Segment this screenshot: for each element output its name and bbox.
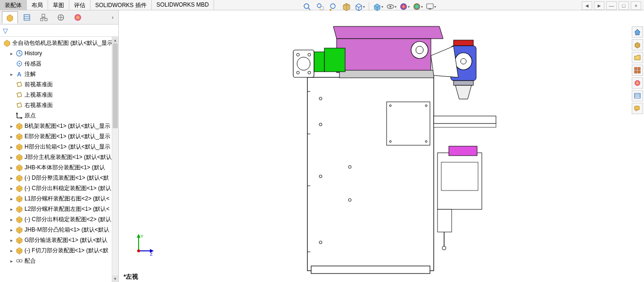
forum-icon[interactable] xyxy=(632,103,643,114)
tree-item[interactable]: ▸E部分装配图<1> (默认<默认_显示 xyxy=(0,131,118,141)
expand-toggle[interactable]: ▸ xyxy=(8,248,14,253)
expand-toggle[interactable]: ▸ xyxy=(8,196,14,201)
apply-scene-icon[interactable]: ▾ xyxy=(413,1,423,12)
filter-funnel-icon[interactable]: ▽ xyxy=(3,27,8,34)
svg-rect-72 xyxy=(434,116,496,124)
sensor-icon xyxy=(15,59,24,68)
tree-item[interactable]: ▸(-) D部分整流装配图<1> (默认<默 xyxy=(0,173,118,183)
tree-item-label: (-) F切刀部分装配图<1> (默认<默 xyxy=(25,247,108,255)
view-palette-icon[interactable] xyxy=(632,65,643,76)
tree-item[interactable]: ▸(-) C部分出料稳定装配图<2> (默认 xyxy=(0,214,118,224)
appearances-icon[interactable] xyxy=(632,77,643,89)
view-orientation-icon[interactable]: ▾ xyxy=(355,1,365,12)
view-settings-icon[interactable]: ▾ xyxy=(426,1,436,12)
expand-toggle[interactable]: ▸ xyxy=(8,217,14,222)
tree-item-label: 原点 xyxy=(25,112,36,120)
panel-more-button[interactable]: › xyxy=(109,14,116,21)
file-explorer-icon[interactable] xyxy=(632,52,643,63)
scroll-up-button[interactable]: ▴ xyxy=(112,37,118,43)
svg-rect-40 xyxy=(387,102,430,145)
minimize-button[interactable]: — xyxy=(606,1,617,10)
expand-toggle[interactable]: ▸ xyxy=(8,51,14,56)
tree-item[interactable]: ▸A注解 xyxy=(0,69,118,79)
asm-icon xyxy=(15,184,24,192)
next-doc-button[interactable]: ► xyxy=(594,1,604,10)
maximize-button[interactable]: □ xyxy=(619,1,629,10)
svg-rect-92 xyxy=(635,93,640,98)
tree-item[interactable]: 传感器 xyxy=(0,58,118,69)
main-area: › ▽ 全自动包馅机总装配图 (默认<默认_显示 ▸History传感器▸A注解… xyxy=(0,10,644,282)
tree-item[interactable]: ▸J部分主机座装配图<1> (默认<默认 xyxy=(0,152,118,162)
toolbar-separator xyxy=(369,2,369,11)
expand-toggle[interactable]: ▸ xyxy=(8,134,14,139)
tab-sketch[interactable]: 草图 xyxy=(48,0,69,10)
expand-toggle[interactable]: ▸ xyxy=(8,207,14,212)
expand-toggle[interactable]: ▸ xyxy=(8,186,14,191)
expand-toggle[interactable]: ▸ xyxy=(8,238,14,243)
orientation-triad[interactable]: Y Z xyxy=(130,233,154,257)
tree-item[interactable]: 前视基准面 xyxy=(0,79,118,90)
scrollbar-thumb[interactable] xyxy=(113,43,118,128)
zoom-to-area-icon[interactable] xyxy=(315,1,325,12)
tree-item[interactable]: ▸H部分出轮箱<1> (默认<默认_显示 xyxy=(0,141,118,152)
tree-item[interactable]: ▸JHB-K本体部分装配图<1> (默认 xyxy=(0,162,118,173)
home-icon[interactable] xyxy=(632,26,643,38)
tree-item[interactable]: ▸G部分输送装配图<1> (默认<默认 xyxy=(0,235,118,245)
zoom-to-fit-icon[interactable] xyxy=(302,1,312,12)
expand-toggle[interactable]: ▸ xyxy=(8,144,14,149)
svg-point-37 xyxy=(19,259,22,262)
design-library-icon[interactable] xyxy=(632,39,643,50)
display-style-icon[interactable]: ▾ xyxy=(373,1,383,12)
tree-item[interactable]: ▸L2部分螺杆装配图左图<1> (默认< xyxy=(0,204,118,214)
tree-item[interactable]: ▸(-) C部分出料稳定装配图<1> (默认 xyxy=(0,183,118,193)
expand-toggle[interactable]: ▸ xyxy=(8,155,14,160)
expand-toggle[interactable]: ▸ xyxy=(8,227,14,232)
close-button[interactable]: × xyxy=(631,1,641,10)
tab-assembly[interactable]: 装配体 xyxy=(0,0,27,10)
history-icon xyxy=(15,49,24,58)
hide-show-items-icon[interactable]: ▾ xyxy=(386,1,396,12)
tree-item[interactable]: ▸L1部分螺杆装配图右图<2> (默认< xyxy=(0,193,118,204)
view-label: *左视 xyxy=(124,273,138,281)
tree-item[interactable]: 右视基准面 xyxy=(0,100,118,110)
prev-doc-button[interactable]: ◄ xyxy=(582,1,592,10)
expand-toggle[interactable]: ▸ xyxy=(8,72,14,77)
tree-item[interactable]: ▸(-) F切刀部分装配图<1> (默认<默 xyxy=(0,245,118,256)
manager-pane-tabs: › xyxy=(0,10,118,25)
expand-toggle[interactable]: ▸ xyxy=(8,175,14,181)
tree-item-label: (-) C部分出料稳定装配图<1> (默认 xyxy=(25,184,111,192)
svg-text:A: A xyxy=(17,71,22,78)
expand-toggle[interactable]: ▸ xyxy=(8,124,14,129)
tree-item[interactable]: 上视基准面 xyxy=(0,90,118,100)
tree-item[interactable]: ▸配合 xyxy=(0,256,118,266)
tab-sw-mbd[interactable]: SOLIDWORKS MBD xyxy=(152,0,214,10)
tab-layout[interactable]: 布局 xyxy=(27,0,48,10)
scroll-down-button[interactable]: ▾ xyxy=(112,275,118,282)
feature-manager-tab[interactable] xyxy=(2,11,18,24)
configuration-manager-tab[interactable] xyxy=(36,11,52,24)
property-manager-tab[interactable] xyxy=(19,11,35,24)
section-view-icon[interactable] xyxy=(341,1,352,12)
svg-rect-10 xyxy=(427,4,433,8)
previous-view-icon[interactable] xyxy=(328,1,339,12)
tab-evaluate[interactable]: 评估 xyxy=(69,0,91,10)
tree-item[interactable]: 原点 xyxy=(0,110,118,121)
expand-toggle[interactable]: ▸ xyxy=(8,165,14,170)
tree-item[interactable]: ▸History xyxy=(0,48,118,58)
tree-item[interactable]: ▸B机架装配图<1> (默认<默认_显示 xyxy=(0,121,118,131)
svg-rect-88 xyxy=(638,67,640,70)
display-manager-tab[interactable] xyxy=(70,11,86,24)
graphics-viewport[interactable]: Y Z *左视 xyxy=(119,10,644,282)
tree-item[interactable]: ▸JHB-M部分凸轮箱<1> (默认<默认 xyxy=(0,224,118,235)
expand-toggle[interactable]: ▸ xyxy=(8,258,14,264)
edit-appearance-icon[interactable]: ▾ xyxy=(399,1,410,12)
tree-root-assembly[interactable]: 全自动包馅机总装配图 (默认<默认_显示 xyxy=(0,38,118,48)
tree-root-label: 全自动包馅机总装配图 (默认<默认_显示 xyxy=(12,39,113,47)
tree-item-label: L1部分螺杆装配图右图<2> (默认< xyxy=(25,195,109,203)
custom-properties-icon[interactable] xyxy=(632,90,643,101)
tab-sw-addins[interactable]: SOLIDWORKS 插件 xyxy=(91,0,152,10)
dimxpert-manager-tab[interactable] xyxy=(53,11,69,24)
tree-scrollbar[interactable]: ▴ ▾ xyxy=(112,37,118,282)
chevron-down-icon: ▾ xyxy=(434,5,436,9)
tree-item-label: JHB-M部分凸轮箱<1> (默认<默认 xyxy=(25,226,109,234)
